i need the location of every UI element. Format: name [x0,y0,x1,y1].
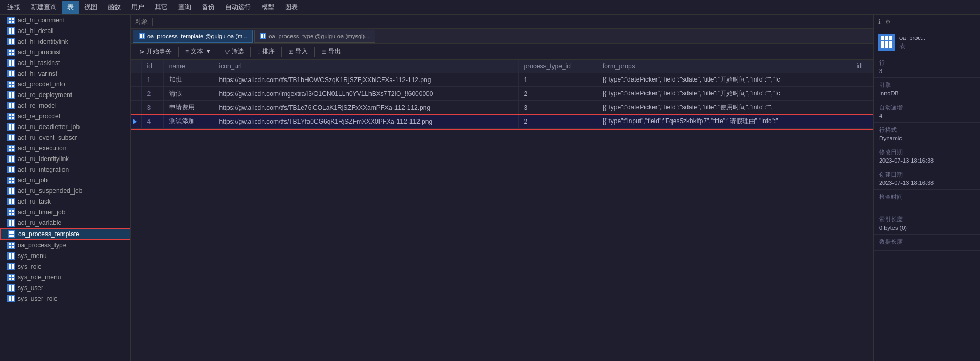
text-button[interactable]: ≡ 文本 ▼ [181,45,216,58]
info-value: InnoDB [879,90,975,97]
menu-function[interactable]: 函数 [102,1,126,14]
menu-connect[interactable]: 连接 [2,1,26,14]
menu-table[interactable]: 表 [62,1,79,14]
th-form-props: form_props [597,60,851,73]
tab-oa-process-type[interactable]: oa_process_type @guigu-oa (mysql)... [254,30,375,43]
sidebar-item-act-hi-comment[interactable]: act_hi_comment [0,15,130,26]
sidebar-label: sys_user_role [18,295,58,302]
row-selector-arrow [133,119,137,124]
toolbar-divider [250,47,251,57]
table-icon [7,81,15,88]
sidebar-item-act-ru-identitylink[interactable]: act_ru_identitylink [0,154,130,164]
sidebar-item-act-hi-identitylink[interactable]: act_hi_identitylink [0,36,130,47]
sidebar-item-act-ru-integration[interactable]: act_ru_integration [0,164,130,175]
sidebar-label: act_ru_event_subscr [18,134,77,141]
sidebar-item-act-hi-procinst[interactable]: act_hi_procinst [0,47,130,58]
th-row-selector [131,60,141,73]
table-icon [7,177,15,184]
settings-icon[interactable]: ⚙ [885,18,891,26]
sidebar-label: act_re_deployment [18,91,72,99]
menu-backup[interactable]: 备份 [196,1,220,14]
sidebar-label: act_ru_deadletter_job [18,123,80,131]
sidebar-item-act-ru-event-subscr[interactable]: act_ru_event_subscr [0,132,130,143]
cell-process-type-id: 1 [518,73,597,87]
sidebar-item-act-re-procdef[interactable]: act_re_procdef [0,111,130,122]
menu-model[interactable]: 模型 [256,1,280,14]
toolbar: ⊳ 开始事务 ≡ 文本 ▼ ▽ 筛选 ↕ 排序 ⊞ 导入 [131,44,873,60]
table-icon [7,187,15,195]
info-row: 自动递增4 [874,100,980,123]
object-label: 对象 [135,17,148,26]
begin-transaction-label: 开始事务 [146,47,172,56]
sidebar-label: oa_process_template [18,230,80,238]
import-button[interactable]: ⊞ 导入 [284,45,312,58]
sidebar-label: act_ru_suspended_job [18,187,82,195]
toolbar-divider [314,47,315,57]
menu-user[interactable]: 用户 [126,1,149,14]
table-type-text: 表 [899,42,926,50]
sidebar-item-sys-role[interactable]: sys_role [0,261,130,272]
toolbar-divider [218,47,218,57]
sidebar-item-act-procdef-info[interactable]: act_procdef_info [0,79,130,90]
info-icon[interactable]: ℹ [878,18,881,26]
sidebar-item-act-ru-task[interactable]: act_ru_task [0,196,130,207]
sidebar-item-act-ru-variable[interactable]: act_ru_variable [0,218,130,228]
sort-button[interactable]: ↕ 排序 [253,45,279,58]
cell-form-props: [{"type":"datePicker","field":"sdate","t… [597,73,851,87]
sidebar-item-act-ru-execution[interactable]: act_ru_execution [0,143,130,154]
info-row: 索引长度0 bytes (0) [874,212,980,235]
tab-oa-process-template[interactable]: oa_process_template @guigu-oa (m... [133,30,253,43]
sidebar-item-act-ru-job[interactable]: act_ru_job [0,175,130,186]
toolbar-divider [281,47,282,57]
sidebar-label: act_ru_identitylink [18,155,69,163]
sidebar-item-act-re-deployment[interactable]: act_re_deployment [0,90,130,100]
row-arrow-cell [131,115,141,129]
sidebar-item-sys-user-role[interactable]: sys_user_role [0,293,130,304]
sidebar-item-oa-process-type[interactable]: oa_process_type [0,240,130,251]
info-label: 检查时间 [879,193,975,201]
cell-icon-url: https://gw.alicdn.com/tfs/TB1Yfa0CG6qK1R… [214,115,518,129]
sidebar-item-act-hi-detail[interactable]: act_hi_detail [0,26,130,36]
row-arrow-cell [131,87,141,101]
table-row[interactable]: 3申请费用https://gw.alicdn.com/tfs/TB1e76lCO… [131,101,873,115]
sidebar-item-sys-menu[interactable]: sys_menu [0,251,130,261]
sidebar-item-act-ru-suspended-job[interactable]: act_ru_suspended_job [0,186,130,196]
th-name: name [163,60,214,73]
menu-other[interactable]: 其它 [149,1,173,14]
menu-chart[interactable]: 图表 [280,1,303,14]
sidebar: act_hi_comment act_hi_detail act_hi_iden… [0,15,131,361]
sidebar-item-oa-process-template[interactable]: oa_process_template [0,228,130,240]
menu-view[interactable]: 视图 [79,1,102,14]
table-icon [7,123,15,131]
filter-button[interactable]: ▽ 筛选 [220,45,248,58]
sidebar-item-sys-role-menu[interactable]: sys_role_menu [0,272,130,283]
row-arrow-cell [131,101,141,115]
export-button[interactable]: ⊟ 导出 [317,45,345,58]
right-panel-table-preview: oa_proc... 表 [874,29,980,55]
table-icon [7,17,15,24]
content-area: 对象 oa_process_template @guigu-oa (m... [131,15,873,361]
sidebar-item-act-hi-varinst[interactable]: act_hi_varinst [0,68,130,79]
menu-autorun[interactable]: 自动运行 [220,1,256,14]
table-icon [7,274,15,281]
menu-new-query[interactable]: 新建查询 [26,1,62,14]
menu-bar: 连接 新建查询 表 视图 函数 用户 其它 查询 备份 自动运行 模型 图表 [0,0,980,15]
table-row[interactable]: 2请假https://gw.alicdn.com/imgextra/i3/O1C… [131,87,873,101]
table-row[interactable]: 4测试添加https://gw.alicdn.com/tfs/TB1Yfa0CG… [131,115,873,129]
sidebar-item-sys-user[interactable]: sys_user [0,283,130,293]
menu-query[interactable]: 查询 [173,1,196,14]
sidebar-item-act-ru-timer-job[interactable]: act_ru_timer_job [0,207,130,218]
table-row[interactable]: 1加班https://gw.alicdn.com/tfs/TB1bHOWCSzq… [131,73,873,87]
right-panel-header: ℹ ⚙ [874,15,980,29]
th-id: id [141,60,163,73]
cell-id: 2 [141,87,163,101]
sidebar-item-act-hi-taskinst[interactable]: act_hi_taskinst [0,58,130,68]
toolbar-divider [178,47,179,57]
sidebar-label: act_ru_task [18,198,51,205]
sidebar-item-act-re-model[interactable]: act_re_model [0,100,130,111]
sidebar-label: act_re_model [18,102,57,109]
tab-label: oa_process_template @guigu-oa (m... [147,33,247,39]
begin-transaction-button[interactable]: ⊳ 开始事务 [135,45,176,58]
sidebar-label: act_procdef_info [18,81,65,88]
sidebar-item-act-ru-deadletter-job[interactable]: act_ru_deadletter_job [0,122,130,132]
